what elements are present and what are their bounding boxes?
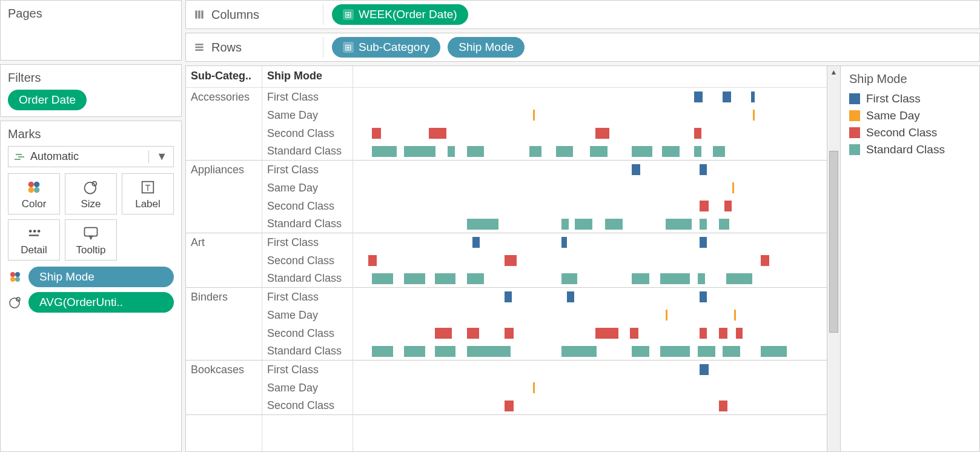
gantt-mark[interactable] — [761, 346, 787, 357]
gantt-mark[interactable] — [751, 91, 755, 102]
color-legend[interactable]: Ship Mode First ClassSame DaySecond Clas… — [840, 66, 979, 451]
gantt-mark[interactable] — [435, 328, 452, 339]
gantt-mark[interactable] — [404, 146, 435, 157]
row-header-subcategory[interactable] — [186, 324, 262, 342]
gantt-mark[interactable] — [694, 91, 703, 102]
row-header-shipmode[interactable]: Same Day — [262, 179, 353, 197]
row-header-shipmode[interactable]: Standard Class — [262, 215, 353, 233]
gantt-mark[interactable] — [724, 201, 732, 211]
gantt-mark[interactable] — [575, 219, 592, 230]
gantt-mark[interactable] — [660, 273, 690, 284]
gantt-mark[interactable] — [700, 237, 707, 248]
row-header-shipmode[interactable]: First Class — [262, 361, 353, 379]
gantt-mark[interactable] — [448, 146, 455, 157]
gantt-mark[interactable] — [694, 146, 701, 157]
expand-icon[interactable]: ⊞ — [343, 42, 354, 53]
row-header-subcategory[interactable] — [186, 270, 262, 288]
marks-tooltip-card[interactable]: Tooltip — [65, 219, 117, 261]
row-header-shipmode[interactable]: Same Day — [262, 306, 353, 324]
row-header-shipmode[interactable]: Same Day — [262, 106, 353, 124]
row-header-shipmode[interactable]: Standard Class — [262, 270, 353, 288]
gantt-mark[interactable] — [435, 346, 456, 357]
gantt-mark[interactable] — [660, 346, 690, 357]
row-header-subcategory[interactable] — [186, 251, 262, 270]
gantt-mark[interactable] — [372, 128, 380, 139]
rows-shelf[interactable]: Rows ⊞ Sub-Category Ship Mode — [185, 33, 980, 62]
gantt-mark[interactable] — [698, 273, 705, 284]
gantt-mark[interactable] — [505, 328, 513, 339]
gantt-mark[interactable] — [404, 346, 425, 357]
row-header-subcategory[interactable]: Binders — [186, 288, 262, 306]
row-header-subcategory[interactable] — [186, 197, 262, 215]
expand-icon[interactable]: ⊞ — [343, 9, 354, 20]
filters-shelf[interactable]: Filters Order Date — [0, 64, 182, 117]
gantt-mark[interactable] — [472, 237, 480, 248]
mark-type-dropdown[interactable]: Automatic ▼ — [8, 146, 174, 167]
marks-size-pill-avg-orderuntil[interactable]: AVG(OrderUnti.. — [28, 292, 174, 313]
gantt-mark[interactable] — [435, 273, 456, 284]
gantt-mark[interactable] — [372, 273, 393, 284]
gantt-mark[interactable] — [666, 219, 692, 230]
gantt-mark[interactable] — [505, 400, 513, 411]
row-header-subcategory[interactable] — [186, 142, 262, 161]
gantt-mark[interactable] — [632, 273, 649, 284]
pages-shelf[interactable]: Pages — [0, 0, 182, 61]
row-header-subcategory[interactable]: Accessories — [186, 88, 262, 106]
gantt-mark[interactable] — [533, 110, 535, 121]
marks-label-card[interactable]: T Label — [122, 173, 174, 214]
gantt-mark[interactable] — [467, 346, 511, 357]
gantt-mark[interactable] — [505, 255, 517, 266]
rows-pill-sub-category[interactable]: ⊞ Sub-Category — [332, 37, 440, 58]
gantt-mark[interactable] — [632, 146, 653, 157]
gantt-mark[interactable] — [561, 219, 569, 230]
gantt-mark[interactable] — [467, 273, 485, 284]
gantt-mark[interactable] — [561, 237, 567, 248]
row-header-shipmode[interactable]: Second Class — [262, 197, 353, 215]
gantt-mark[interactable] — [630, 328, 638, 339]
scroll-thumb[interactable] — [829, 151, 838, 333]
legend-item[interactable]: Second Class — [849, 126, 971, 139]
gantt-mark[interactable] — [723, 346, 740, 357]
gantt-mark[interactable] — [723, 91, 731, 102]
row-header-shipmode[interactable]: First Class — [262, 288, 353, 306]
row-header-shipmode[interactable]: Second Class — [262, 251, 353, 270]
gantt-mark[interactable] — [632, 346, 649, 357]
row-header-shipmode[interactable]: First Class — [262, 161, 353, 179]
gantt-mark[interactable] — [590, 146, 608, 157]
gantt-mark[interactable] — [595, 128, 609, 139]
rows-pill-ship-mode[interactable]: Ship Mode — [448, 37, 525, 58]
gantt-mark[interactable] — [736, 328, 743, 339]
row-header-subcategory[interactable] — [186, 124, 262, 142]
row-header-shipmode[interactable]: Second Class — [262, 124, 353, 142]
filter-pill-order-date[interactable]: Order Date — [8, 90, 87, 110]
vertical-scrollbar[interactable]: ▲ — [827, 66, 840, 451]
gantt-mark[interactable] — [719, 400, 727, 411]
gantt-mark[interactable] — [429, 128, 446, 139]
gantt-mark[interactable] — [700, 201, 708, 211]
gantt-mark[interactable] — [505, 291, 512, 302]
gantt-mark[interactable] — [605, 219, 623, 230]
row-header-subcategory[interactable]: Bookcases — [186, 361, 262, 379]
gantt-mark[interactable] — [700, 364, 708, 375]
marks-color-card[interactable]: Color — [8, 173, 60, 214]
gantt-mark[interactable] — [561, 346, 597, 357]
legend-item[interactable]: Standard Class — [849, 143, 971, 156]
legend-item[interactable]: Same Day — [849, 109, 971, 122]
gantt-mark[interactable] — [662, 146, 680, 157]
gantt-mark[interactable] — [700, 219, 707, 230]
gantt-mark[interactable] — [713, 146, 725, 157]
row-header-subcategory[interactable] — [186, 106, 262, 124]
row-header-shipmode[interactable]: Second Class — [262, 324, 353, 342]
row-header-subcategory[interactable]: Appliances — [186, 161, 262, 179]
gantt-mark[interactable] — [595, 328, 618, 339]
marks-color-pill-shipmode[interactable]: Ship Mode — [28, 267, 174, 287]
gantt-mark[interactable] — [368, 255, 377, 266]
gantt-mark[interactable] — [467, 328, 479, 339]
row-header-subcategory[interactable] — [186, 306, 262, 324]
gantt-mark[interactable] — [700, 328, 707, 339]
row-header-shipmode[interactable]: Standard Class — [262, 142, 353, 161]
gantt-mark[interactable] — [732, 182, 734, 193]
row-header-subcategory[interactable] — [186, 397, 262, 415]
row-header-subcategory[interactable] — [186, 379, 262, 397]
gantt-mark[interactable] — [561, 273, 577, 284]
